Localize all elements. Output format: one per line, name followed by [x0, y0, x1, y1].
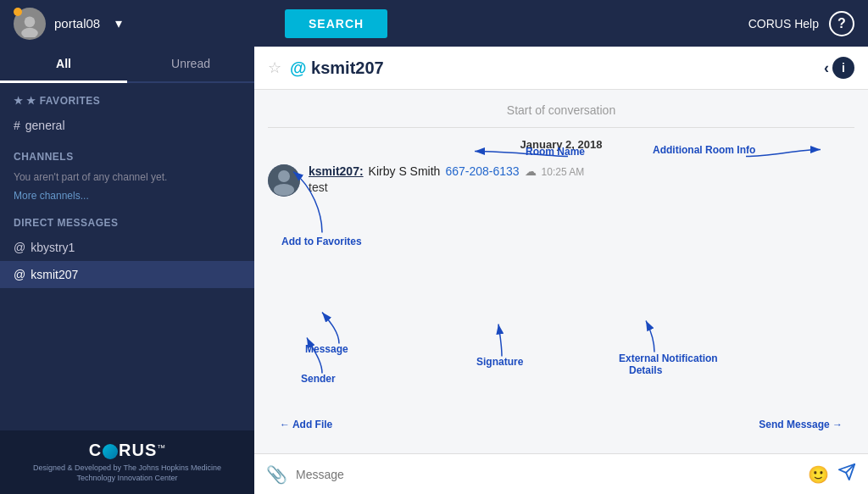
message-sender: ksmit207: [309, 164, 364, 178]
message-input[interactable] [296, 468, 799, 481]
message-row: ksmit207: Kirby S Smith 667-208-6133 ☁ 1… [268, 164, 854, 197]
message-phone: 667-208-6133 [445, 164, 519, 178]
search-button[interactable]: SEARCH [285, 9, 387, 38]
header-right: CORUS Help ? [748, 11, 854, 36]
message-text: test [309, 180, 854, 194]
attach-file-button[interactable]: 📎 [266, 464, 287, 485]
chevron-left-icon: ‹ [824, 59, 829, 77]
chat-room-name: ksmit207 [311, 58, 384, 77]
message-body: ksmit207: Kirby S Smith 667-208-6133 ☁ 1… [309, 164, 854, 197]
username-label: portal08 [54, 16, 100, 31]
corus-subtitle: Designed & Developed by The Johns Hopkin… [14, 463, 241, 484]
svg-text:Add to Favorites: Add to Favorites [281, 236, 362, 247]
header-center: SEARCH [268, 9, 748, 38]
dm-at-icon: @ [14, 241, 25, 254]
svg-point-3 [278, 170, 290, 182]
svg-text:Message: Message [305, 343, 348, 355]
svg-point-4 [274, 184, 294, 196]
send-button[interactable] [837, 463, 856, 486]
header-left: portal08 ▾ [14, 8, 268, 40]
message-avatar [268, 164, 300, 197]
channels-empty-note: You aren't part of any channel yet. [0, 168, 254, 186]
chat-at-symbol: @ [290, 58, 311, 77]
message-name: Kirby S Smith [369, 164, 441, 178]
channel-general-label: general [25, 119, 65, 132]
main-layout: All Unread ★ ★ FAVORITES # general CHANN… [0, 47, 868, 494]
chat-room-title: @ ksmit207 [290, 58, 815, 78]
favorite-star-button[interactable]: ☆ [268, 58, 281, 77]
svg-text:Signature: Signature [476, 356, 524, 368]
chat-area: ☆ @ ksmit207 ‹ i Start of conversation J… [254, 47, 868, 494]
cloud-icon: ☁ [525, 164, 537, 178]
channels-more-link[interactable]: More channels... [0, 186, 254, 205]
dm-item-kbystry1[interactable]: @ kbystry1 [0, 234, 254, 261]
favorites-section: ★ ★ FAVORITES [0, 83, 254, 112]
avatar[interactable] [14, 8, 46, 40]
sidebar-tabs: All Unread [0, 47, 254, 83]
svg-text:Details: Details [629, 364, 663, 376]
conversation-start-text: Start of conversation [268, 103, 854, 128]
tab-all[interactable]: All [0, 47, 127, 83]
date-divider: January 2, 2018 [268, 138, 854, 151]
sidebar-item-general[interactable]: # general [0, 112, 254, 139]
corus-logo: CRUS™ [14, 441, 241, 460]
channels-title: CHANNELS [14, 151, 241, 163]
dm-title: DIRECT MESSAGES [14, 217, 241, 229]
svg-text:External Notification: External Notification [619, 352, 718, 364]
dm-item-ksmit207[interactable]: @ ksmit207 [0, 261, 254, 288]
svg-point-0 [25, 16, 36, 27]
corus-o-logo [103, 444, 118, 459]
message-time: 10:25 AM [542, 166, 585, 178]
dm-label-kbystry1: kbystry1 [31, 241, 75, 254]
dm-label-ksmit207: ksmit207 [31, 268, 78, 281]
sidebar: All Unread ★ ★ FAVORITES # general CHANN… [0, 47, 254, 494]
dm-section: DIRECT MESSAGES [0, 205, 254, 234]
channel-hash-icon: # [14, 119, 20, 132]
dm-at-icon-2: @ [14, 268, 25, 281]
info-circle-icon: i [832, 57, 854, 79]
corus-tm: ™ [157, 442, 165, 452]
svg-text:Sender: Sender [301, 373, 336, 385]
chat-input-area: ← Add File Send Message → 📎 🙂 [254, 453, 868, 494]
room-info-button[interactable]: ‹ i [824, 57, 854, 79]
sidebar-footer: CRUS™ Designed & Developed by The Johns … [0, 430, 254, 494]
message-header: ksmit207: Kirby S Smith 667-208-6133 ☁ 1… [309, 164, 854, 178]
app-header: portal08 ▾ SEARCH CORUS Help ? [0, 0, 868, 47]
favorites-star-icon: ★ [14, 95, 24, 107]
corus-help-label: CORUS Help [748, 17, 819, 31]
chat-messages: Start of conversation January 2, 2018 ks… [254, 90, 868, 453]
chat-header: ☆ @ ksmit207 ‹ i [254, 47, 868, 90]
channels-section: CHANNELS [0, 139, 254, 168]
user-menu-chevron[interactable]: ▾ [115, 15, 122, 31]
favorites-title: ★ ★ FAVORITES [14, 95, 241, 107]
svg-point-1 [21, 27, 38, 36]
emoji-button[interactable]: 🙂 [808, 464, 829, 485]
help-button[interactable]: ? [829, 11, 854, 36]
tab-unread[interactable]: Unread [127, 47, 254, 81]
